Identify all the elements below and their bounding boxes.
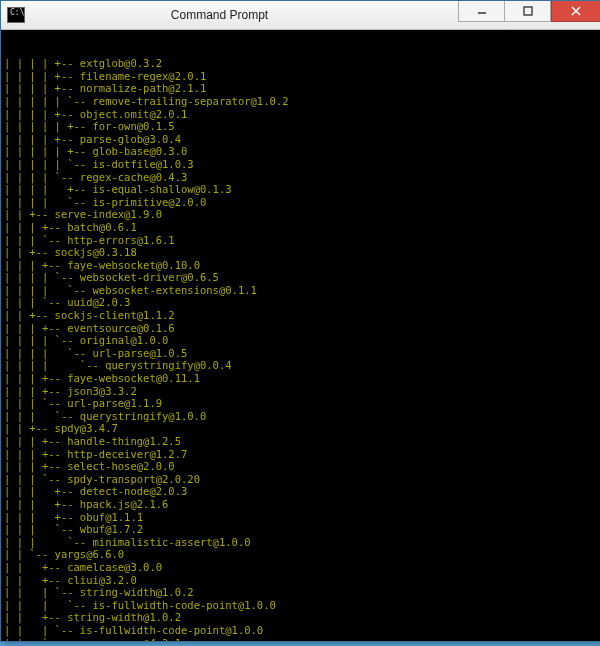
tree-line: | | | `-- is-fullwidth-code-point@1.0.0 <box>4 624 598 637</box>
tree-line: | | | +-- batch@0.6.1 <box>4 221 598 234</box>
tree-line: | | | +-- http-deceiver@1.2.7 <box>4 448 598 461</box>
tree-line: | | `-- yargs-parser@4.2.1 <box>4 637 598 642</box>
window-buttons <box>458 1 600 23</box>
maximize-button[interactable] <box>504 1 551 22</box>
tree-line: | | | | `-- url-parse@1.0.5 <box>4 347 598 360</box>
window-title: Command Prompt <box>0 8 458 22</box>
tree-line: | | | +-- detect-node@2.0.3 <box>4 485 598 498</box>
tree-line: | | | | `-- original@1.0.0 <box>4 334 598 347</box>
tree-line: | | | `-- minimalistic-assert@1.0.0 <box>4 536 598 549</box>
tree-line: | | | | | `-- is-dotfile@1.0.3 <box>4 158 598 171</box>
tree-line: | | | `-- url-parse@1.1.9 <box>4 397 598 410</box>
tree-line: | | +-- spdy@3.4.7 <box>4 422 598 435</box>
tree-line: | | | +-- faye-websocket@0.10.0 <box>4 259 598 272</box>
tree-line: | | +-- cliui@3.2.0 <box>4 574 598 587</box>
close-button[interactable] <box>551 1 600 22</box>
minimize-button[interactable] <box>458 1 504 22</box>
tree-line: | | | `-- string-width@1.0.2 <box>4 586 598 599</box>
tree-line: | | | | `-- regex-cache@0.4.3 <box>4 171 598 184</box>
tree-line: | | | | | +-- glob-base@0.3.0 <box>4 145 598 158</box>
tree-line: | | | | `-- websocket-extensions@0.1.1 <box>4 284 598 297</box>
npm-tree: | | | | +-- extglob@0.3.2| | | | +-- fil… <box>4 57 598 641</box>
tree-line: | | +-- sockjs-client@1.1.2 <box>4 309 598 322</box>
tree-line: | | | | +-- extglob@0.3.2 <box>4 57 598 70</box>
tree-line: | | +-- camelcase@3.0.0 <box>4 561 598 574</box>
tree-line: | | | `-- is-fullwidth-code-point@1.0.0 <box>4 599 598 612</box>
tree-line: | | | | +-- filename-regex@2.0.1 <box>4 70 598 83</box>
tree-line: | | | | `-- is-primitive@2.0.0 <box>4 196 598 209</box>
tree-line: | | | +-- json3@3.3.2 <box>4 385 598 398</box>
command-prompt-window: C:\. Command Prompt | | | | +-- extglob@… <box>0 0 600 642</box>
tree-line: | | | +-- faye-websocket@0.11.1 <box>4 372 598 385</box>
tree-line: | | | `-- wbuf@1.7.2 <box>4 523 598 536</box>
svg-rect-1 <box>524 7 532 15</box>
cmd-icon-label: C:\. <box>10 9 29 17</box>
tree-line: | | | | `-- websocket-driver@0.6.5 <box>4 271 598 284</box>
tree-line: | | | | | +-- for-own@0.1.5 <box>4 120 598 133</box>
tree-line: | | +-- serve-index@1.9.0 <box>4 208 598 221</box>
tree-line: | | | +-- hpack.js@2.1.6 <box>4 498 598 511</box>
tree-line: | | `-- yargs@6.6.0 <box>4 548 598 561</box>
tree-line: | | | | +-- parse-glob@3.0.4 <box>4 133 598 146</box>
tree-line: | | | | +-- normalize-path@2.1.1 <box>4 82 598 95</box>
tree-line: | | +-- string-width@1.0.2 <box>4 611 598 624</box>
cmd-icon: C:\. <box>7 7 25 23</box>
tree-line: | | | | | `-- remove-trailing-separator@… <box>4 95 598 108</box>
tree-line: | | | +-- select-hose@2.0.0 <box>4 460 598 473</box>
titlebar[interactable]: C:\. Command Prompt <box>1 1 600 30</box>
tree-line: | | | `-- querystringify@1.0.0 <box>4 410 598 423</box>
tree-line: | | | | `-- querystringify@0.0.4 <box>4 359 598 372</box>
tree-line: | | | | +-- object.omit@2.0.1 <box>4 108 598 121</box>
tree-line: | | | +-- handle-thing@1.2.5 <box>4 435 598 448</box>
tree-line: | | | | +-- is-equal-shallow@0.1.3 <box>4 183 598 196</box>
tree-line: | | | `-- spdy-transport@2.0.20 <box>4 473 598 486</box>
tree-line: | | +-- sockjs@0.3.18 <box>4 246 598 259</box>
terminal-output[interactable]: | | | | +-- extglob@0.3.2| | | | +-- fil… <box>1 30 600 641</box>
tree-line: | | | `-- http-errors@1.6.1 <box>4 234 598 247</box>
tree-line: | | | +-- obuf@1.1.1 <box>4 511 598 524</box>
tree-line: | | | `-- uuid@2.0.3 <box>4 296 598 309</box>
tree-line: | | | +-- eventsource@0.1.6 <box>4 322 598 335</box>
